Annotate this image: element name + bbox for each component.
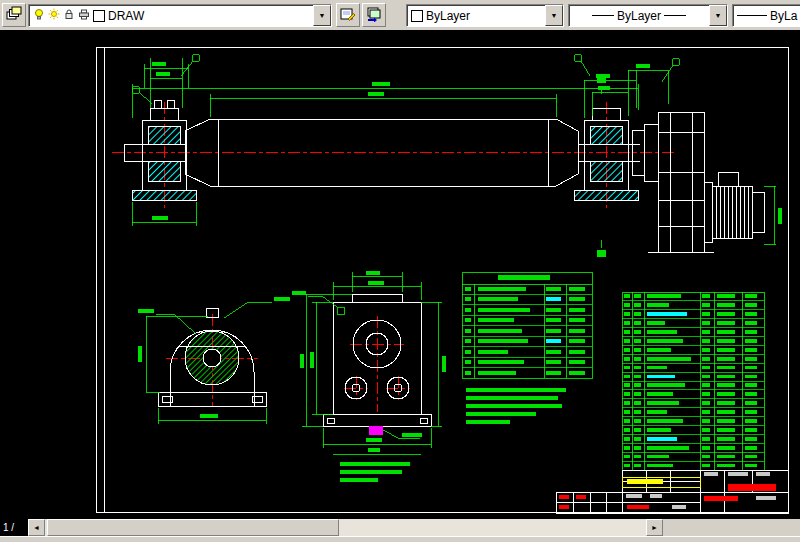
lineweight-combo[interactable]: ByLa ▼ [732,4,800,27]
scroll-left-button[interactable]: ◄ [28,519,45,536]
sun-icon[interactable] [48,8,60,23]
generated-table-content [462,186,764,467]
sheet-corner-label: 1 / [0,519,28,536]
make-current-icon [340,6,356,25]
layer-name: DRAW [108,9,144,23]
dropdown-arrow-icon[interactable]: ▼ [709,5,727,26]
scroll-left-icon: ◄ [33,524,40,531]
scroll-right-button[interactable]: ► [646,519,663,536]
linetype-sample [664,15,686,16]
linetype-combo[interactable]: ByLayer ▼ [568,4,728,27]
linetype-combo-field[interactable]: ByLayer [569,5,709,26]
lineweight-value: ByLa [770,9,797,23]
layer-combo[interactable]: DRAW ▼ [28,4,332,27]
app-window: DRAW ▼ ByLayer ▼ ByLayer [0,0,800,542]
make-object-layer-current-button[interactable] [336,3,360,27]
lineweight-combo-field[interactable]: ByLa [733,5,800,26]
cad-drawing[interactable] [0,30,800,519]
scroll-right-icon: ► [651,524,658,531]
scrollbar-filler [663,519,800,536]
dropdown-arrow-icon[interactable]: ▼ [313,5,331,26]
drawing-area[interactable] [0,30,800,519]
h-scrollbar-thumb[interactable] [47,519,339,536]
layers-dialog-button[interactable] [2,3,26,27]
window-bottom-edge [0,536,800,542]
dropdown-arrow-icon[interactable]: ▼ [545,5,563,26]
object-properties-toolbar: DRAW ▼ ByLayer ▼ ByLayer [0,0,800,31]
dimension-lines [132,54,776,454]
layer-combo-field[interactable]: DRAW [29,5,313,26]
lightbulb-icon[interactable] [33,8,45,23]
layers-icon [6,6,22,25]
color-value: ByLayer [426,9,470,23]
layer-previous-button[interactable] [362,3,386,27]
color-combo[interactable]: ByLayer ▼ [406,4,564,27]
lock-icon[interactable] [63,8,75,23]
current-color-swatch [411,10,423,22]
lineweight-sample [737,15,767,16]
dimension-text [138,62,782,482]
highlight-detail [369,426,383,435]
color-combo-field[interactable]: ByLayer [407,5,545,26]
sheet-frame [97,48,789,513]
layer-color-swatch[interactable] [93,10,105,22]
layer-previous-icon [366,6,382,25]
title-block-accent [559,472,776,509]
bottom-bar: 1 / ◄ ► [0,519,800,542]
linetype-sample [592,15,614,16]
corner-label-text: 1 / [3,522,14,533]
printer-icon[interactable] [78,8,90,23]
h-scrollbar-track[interactable] [45,519,646,536]
linetype-value: ByLayer [617,9,661,23]
